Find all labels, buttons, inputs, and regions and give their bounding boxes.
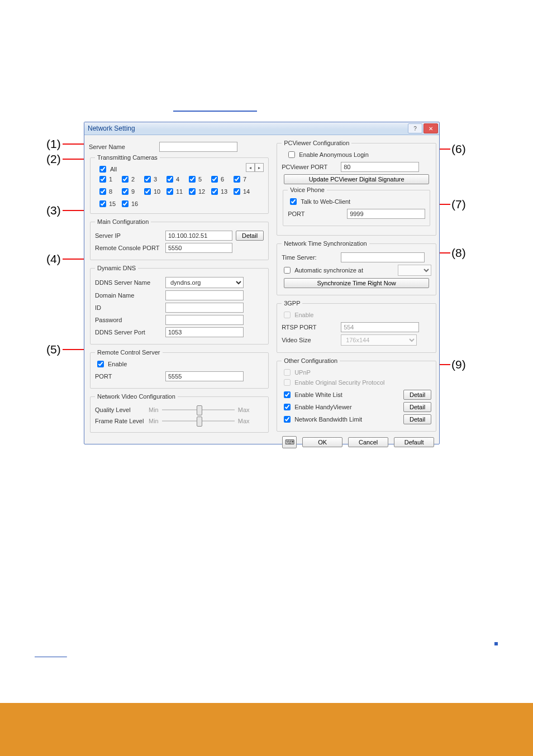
original-security-label: Enable Original Security Protocol bbox=[294, 379, 384, 386]
camera-checkbox-14[interactable]: 14 bbox=[231, 186, 249, 197]
voicephone-port-input[interactable] bbox=[347, 209, 425, 219]
handyviewer-checkbox[interactable] bbox=[284, 404, 291, 410]
camera-checkbox-5[interactable]: 5 bbox=[187, 174, 204, 184]
camera-4-checkbox[interactable] bbox=[166, 176, 173, 183]
camera-16-checkbox[interactable] bbox=[122, 200, 129, 207]
bandwidth-limit-checkbox[interactable] bbox=[284, 416, 291, 423]
anonymous-login-label: Enable Anonymous Login bbox=[299, 151, 369, 158]
camera-checkbox-16[interactable]: 16 bbox=[120, 199, 137, 209]
3gpp-enable-label: Enable bbox=[294, 312, 313, 318]
handyviewer-detail-button[interactable]: Detail bbox=[403, 402, 431, 412]
camera-checkbox-6[interactable]: 6 bbox=[209, 174, 227, 184]
ok-button[interactable]: OK bbox=[302, 437, 342, 447]
remote-port-input[interactable] bbox=[165, 371, 244, 381]
network-setting-dialog: Network Setting ? ✕ Server Name Transmit… bbox=[84, 122, 440, 444]
voice-phone-legend: Voice Phone bbox=[288, 186, 327, 193]
network-video-config-group: Network Video Configuration Quality Leve… bbox=[90, 393, 269, 433]
keyboard-icon[interactable]: ⌨ bbox=[282, 436, 297, 448]
camera-3-checkbox[interactable] bbox=[144, 176, 151, 183]
network-video-legend: Network Video Configuration bbox=[95, 393, 178, 400]
camera-5-checkbox[interactable] bbox=[189, 176, 196, 183]
auto-sync-time-select bbox=[398, 265, 431, 276]
remote-control-legend: Remote Control Server bbox=[95, 349, 163, 356]
decorative-underline bbox=[173, 111, 257, 112]
help-button[interactable]: ? bbox=[408, 123, 422, 133]
anonymous-login-checkbox[interactable] bbox=[288, 151, 295, 158]
cameras-all-label: All bbox=[110, 166, 117, 173]
pcviewer-port-label: PCViewer PORT bbox=[282, 164, 337, 170]
talk-to-webclient-checkbox[interactable] bbox=[290, 198, 297, 205]
white-list-checkbox[interactable] bbox=[284, 391, 291, 398]
cancel-button[interactable]: Cancel bbox=[348, 437, 388, 447]
close-button[interactable]: ✕ bbox=[423, 123, 438, 133]
camera-6-checkbox[interactable] bbox=[211, 176, 218, 183]
ddns-domain-name-label: Domain Name bbox=[95, 292, 162, 299]
quality-level-slider[interactable] bbox=[162, 405, 235, 414]
rtsp-port-input bbox=[341, 322, 419, 332]
remote-control-server-group: Remote Control Server Enable PORT bbox=[90, 349, 269, 389]
ddns-server-name-select[interactable]: dyndns.org bbox=[165, 277, 244, 288]
ddns-id-input[interactable] bbox=[165, 303, 244, 313]
camera-checkbox-11[interactable]: 11 bbox=[164, 186, 182, 197]
bandwidth-limit-detail-button[interactable]: Detail bbox=[403, 414, 431, 424]
sync-now-button[interactable]: Synchronize Time Right Now bbox=[284, 278, 429, 288]
frame-rate-slider[interactable] bbox=[162, 417, 235, 425]
pcviewer-port-input[interactable] bbox=[341, 162, 419, 172]
pcviewer-legend: PCViewer Configuration bbox=[282, 140, 351, 146]
camera-checkbox-12[interactable]: 12 bbox=[187, 186, 204, 197]
cameras-all-checkbox[interactable] bbox=[99, 166, 106, 173]
remote-enable-checkbox[interactable] bbox=[97, 361, 104, 367]
time-server-label: Time Server: bbox=[282, 254, 337, 261]
remote-console-port-input[interactable] bbox=[165, 243, 232, 253]
camera-9-checkbox[interactable] bbox=[122, 188, 129, 195]
3gpp-enable-checkbox bbox=[284, 312, 291, 318]
footer-link-underline bbox=[35, 649, 67, 658]
ddns-port-label: DDNS Server Port bbox=[95, 329, 162, 336]
default-button[interactable]: Default bbox=[394, 437, 434, 447]
camera-checkbox-9[interactable]: 9 bbox=[120, 186, 137, 197]
ddns-domain-name-input[interactable] bbox=[165, 290, 244, 300]
camera-14-checkbox[interactable] bbox=[234, 188, 240, 195]
original-security-checkbox bbox=[284, 379, 291, 386]
camera-15-checkbox[interactable] bbox=[99, 200, 106, 207]
camera-2-checkbox[interactable] bbox=[122, 176, 129, 183]
frame-max-label: Max bbox=[238, 418, 250, 424]
server-ip-input[interactable] bbox=[165, 231, 232, 241]
camera-page-right[interactable]: ▸ bbox=[255, 163, 264, 172]
camera-11-checkbox[interactable] bbox=[166, 188, 173, 195]
camera-8-checkbox[interactable] bbox=[99, 188, 106, 195]
server-name-input[interactable] bbox=[159, 142, 237, 152]
camera-10-checkbox[interactable] bbox=[144, 188, 151, 195]
camera-checkbox-3[interactable]: 3 bbox=[142, 174, 160, 184]
camera-12-checkbox[interactable] bbox=[189, 188, 196, 195]
camera-6-label: 6 bbox=[221, 176, 224, 183]
update-signature-button[interactable]: Update PCViewer Digital Signature bbox=[284, 174, 429, 184]
camera-3-label: 3 bbox=[154, 176, 157, 183]
camera-page-left[interactable]: ◂ bbox=[246, 163, 255, 172]
auto-sync-checkbox[interactable] bbox=[284, 267, 291, 274]
server-ip-detail-button[interactable]: Detail bbox=[236, 231, 264, 241]
camera-1-checkbox[interactable] bbox=[99, 176, 106, 183]
camera-checkbox-13[interactable]: 13 bbox=[209, 186, 227, 197]
decorative-dot bbox=[494, 642, 498, 645]
callout-1: (1) bbox=[46, 137, 61, 151]
ddns-password-input[interactable] bbox=[165, 315, 244, 325]
camera-checkbox-7[interactable]: 7 bbox=[231, 174, 249, 184]
quality-level-label: Quality Level bbox=[95, 406, 145, 413]
camera-7-checkbox[interactable] bbox=[234, 176, 240, 183]
camera-checkbox-10[interactable]: 10 bbox=[142, 186, 160, 197]
callout-5: (5) bbox=[46, 343, 61, 356]
main-configuration-legend: Main Configuration bbox=[95, 218, 151, 225]
callout-8: (8) bbox=[451, 246, 466, 260]
time-server-input[interactable] bbox=[341, 252, 425, 262]
camera-checkbox-1[interactable]: 1 bbox=[97, 174, 115, 184]
camera-checkbox-15[interactable]: 15 bbox=[97, 199, 115, 209]
white-list-detail-button[interactable]: Detail bbox=[403, 390, 431, 400]
camera-checkbox-8[interactable]: 8 bbox=[97, 186, 115, 197]
handyviewer-label: Enable HandyViewer bbox=[294, 404, 352, 410]
camera-checkbox-4[interactable]: 4 bbox=[164, 174, 182, 184]
ddns-id-label: ID bbox=[95, 304, 162, 311]
camera-13-checkbox[interactable] bbox=[211, 188, 218, 195]
server-name-label: Server Name bbox=[89, 143, 156, 150]
camera-checkbox-2[interactable]: 2 bbox=[120, 174, 137, 184]
